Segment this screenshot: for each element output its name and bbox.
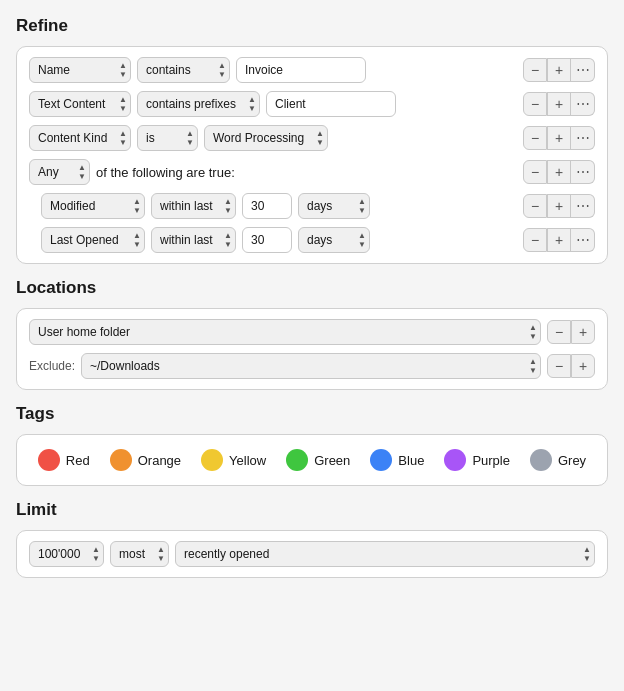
limit-count-select[interactable]: 100'000 50'000 10'000 1'000 100 bbox=[29, 541, 104, 567]
main-location-select-wrap: User home folder Macintosh HD Desktop Do… bbox=[29, 319, 541, 345]
last-opened-unit-select[interactable]: days weeks months years bbox=[298, 227, 370, 253]
location-add-button[interactable]: + bbox=[571, 320, 595, 344]
text-row-buttons: − + ⋯ bbox=[523, 92, 595, 116]
kind-more-button[interactable]: ⋯ bbox=[571, 126, 595, 150]
text-remove-button[interactable]: − bbox=[523, 92, 547, 116]
main-location-select[interactable]: User home folder Macintosh HD Desktop Do… bbox=[29, 319, 541, 345]
exclude-remove-button[interactable]: − bbox=[547, 354, 571, 378]
kind-remove-button[interactable]: − bbox=[523, 126, 547, 150]
name-operator-select[interactable]: contains begins with ends with is bbox=[137, 57, 230, 83]
red-dot bbox=[38, 449, 60, 471]
kind-value-select[interactable]: Word Processing Spreadsheet PDF Image Mo… bbox=[204, 125, 328, 151]
name-more-button[interactable]: ⋯ bbox=[571, 58, 595, 82]
name-value-input[interactable] bbox=[236, 57, 366, 83]
name-operator-wrap: contains begins with ends with is ▲▼ bbox=[137, 57, 230, 83]
tag-grey[interactable]: Grey bbox=[530, 449, 586, 471]
modified-rule-row: Modified Last Opened Date Created ▲▼ wit… bbox=[41, 193, 595, 219]
limit-sort-wrap: most least ▲▼ bbox=[110, 541, 169, 567]
text-operator-select[interactable]: contains prefixes contains begins with bbox=[137, 91, 260, 117]
limit-criterion-wrap: recently opened recently created recentl… bbox=[175, 541, 595, 567]
tags-section: Tags Red Orange Yellow Green Blue bbox=[16, 404, 608, 486]
tags-title: Tags bbox=[16, 404, 608, 424]
grey-dot bbox=[530, 449, 552, 471]
refine-panel: Name Text Content Content Kind Modified … bbox=[16, 46, 608, 264]
last-opened-operator-select[interactable]: within last exactly before after bbox=[151, 227, 236, 253]
last-opened-field-wrap: Last Opened Modified Date Created ▲▼ bbox=[41, 227, 145, 253]
tag-blue[interactable]: Blue bbox=[370, 449, 424, 471]
any-row-buttons: − + ⋯ bbox=[523, 160, 595, 184]
modified-unit-select[interactable]: days weeks months years bbox=[298, 193, 370, 219]
any-more-button[interactable]: ⋯ bbox=[571, 160, 595, 184]
modified-row-buttons: − + ⋯ bbox=[523, 194, 595, 218]
purple-dot bbox=[444, 449, 466, 471]
last-opened-more-button[interactable]: ⋯ bbox=[571, 228, 595, 252]
refine-title: Refine bbox=[16, 16, 608, 36]
name-add-button[interactable]: + bbox=[547, 58, 571, 82]
text-field-wrap: Text Content Name Content Kind ▲▼ bbox=[29, 91, 131, 117]
green-dot bbox=[286, 449, 308, 471]
any-add-button[interactable]: + bbox=[547, 160, 571, 184]
modified-field-wrap: Modified Last Opened Date Created ▲▼ bbox=[41, 193, 145, 219]
exclude-row: Exclude: ~/Downloads ~/Library ~/Desktop… bbox=[29, 353, 595, 379]
tag-green[interactable]: Green bbox=[286, 449, 350, 471]
kind-field-select[interactable]: Content Kind Name Text Content bbox=[29, 125, 131, 151]
last-opened-add-button[interactable]: + bbox=[547, 228, 571, 252]
modified-operator-select[interactable]: within last exactly before after bbox=[151, 193, 236, 219]
blue-dot bbox=[370, 449, 392, 471]
limit-count-wrap: 100'000 50'000 10'000 1'000 100 ▲▼ bbox=[29, 541, 104, 567]
location-remove-button[interactable]: − bbox=[547, 320, 571, 344]
modified-remove-button[interactable]: − bbox=[523, 194, 547, 218]
text-add-button[interactable]: + bbox=[547, 92, 571, 116]
modified-field-select[interactable]: Modified Last Opened Date Created bbox=[41, 193, 145, 219]
tag-purple[interactable]: Purple bbox=[444, 449, 510, 471]
last-opened-remove-button[interactable]: − bbox=[523, 228, 547, 252]
text-value-input[interactable] bbox=[266, 91, 396, 117]
tags-panel: Red Orange Yellow Green Blue Purple bbox=[16, 434, 608, 486]
exclude-row-buttons: − + bbox=[547, 354, 595, 378]
any-group-row: Any All None ▲▼ of the following are tru… bbox=[29, 159, 595, 185]
kind-operator-wrap: is is not ▲▼ bbox=[137, 125, 198, 151]
name-remove-button[interactable]: − bbox=[523, 58, 547, 82]
kind-operator-select[interactable]: is is not bbox=[137, 125, 198, 151]
tag-yellow[interactable]: Yellow bbox=[201, 449, 266, 471]
tag-red[interactable]: Red bbox=[38, 449, 90, 471]
orange-dot bbox=[110, 449, 132, 471]
text-operator-wrap: contains prefixes contains begins with ▲… bbox=[137, 91, 260, 117]
exclude-select-wrap: ~/Downloads ~/Library ~/Desktop ~/Docume… bbox=[81, 353, 541, 379]
kind-add-button[interactable]: + bbox=[547, 126, 571, 150]
modified-days-input[interactable] bbox=[242, 193, 292, 219]
exclude-select[interactable]: ~/Downloads ~/Library ~/Desktop ~/Docume… bbox=[81, 353, 541, 379]
any-label-text: of the following are true: bbox=[96, 165, 235, 180]
limit-sort-select[interactable]: most least bbox=[110, 541, 169, 567]
modified-more-button[interactable]: ⋯ bbox=[571, 194, 595, 218]
yellow-dot bbox=[201, 449, 223, 471]
exclude-add-button[interactable]: + bbox=[571, 354, 595, 378]
any-select-wrap: Any All None ▲▼ bbox=[29, 159, 90, 185]
limit-criterion-select[interactable]: recently opened recently created recentl… bbox=[175, 541, 595, 567]
red-label: Red bbox=[66, 453, 90, 468]
name-field-wrap: Name Text Content Content Kind Modified … bbox=[29, 57, 131, 83]
modified-add-button[interactable]: + bbox=[547, 194, 571, 218]
kind-row-buttons: − + ⋯ bbox=[523, 126, 595, 150]
tag-orange[interactable]: Orange bbox=[110, 449, 181, 471]
name-field-select[interactable]: Name Text Content Content Kind Modified … bbox=[29, 57, 131, 83]
last-opened-field-select[interactable]: Last Opened Modified Date Created bbox=[41, 227, 145, 253]
locations-panel: User home folder Macintosh HD Desktop Do… bbox=[16, 308, 608, 390]
location-row-buttons: − + bbox=[547, 320, 595, 344]
limit-row: 100'000 50'000 10'000 1'000 100 ▲▼ most … bbox=[29, 541, 595, 567]
nested-rules: Modified Last Opened Date Created ▲▼ wit… bbox=[41, 193, 595, 253]
modified-unit-wrap: days weeks months years ▲▼ bbox=[298, 193, 370, 219]
content-kind-rule-row: Content Kind Name Text Content ▲▼ is is … bbox=[29, 125, 595, 151]
any-remove-button[interactable]: − bbox=[523, 160, 547, 184]
last-opened-operator-wrap: within last exactly before after ▲▼ bbox=[151, 227, 236, 253]
grey-label: Grey bbox=[558, 453, 586, 468]
tags-grid: Red Orange Yellow Green Blue Purple bbox=[33, 449, 591, 471]
yellow-label: Yellow bbox=[229, 453, 266, 468]
last-opened-days-input[interactable] bbox=[242, 227, 292, 253]
name-row-buttons: − + ⋯ bbox=[523, 58, 595, 82]
any-select[interactable]: Any All None bbox=[29, 159, 90, 185]
last-opened-rule-row: Last Opened Modified Date Created ▲▼ wit… bbox=[41, 227, 595, 253]
green-label: Green bbox=[314, 453, 350, 468]
text-field-select[interactable]: Text Content Name Content Kind bbox=[29, 91, 131, 117]
text-more-button[interactable]: ⋯ bbox=[571, 92, 595, 116]
